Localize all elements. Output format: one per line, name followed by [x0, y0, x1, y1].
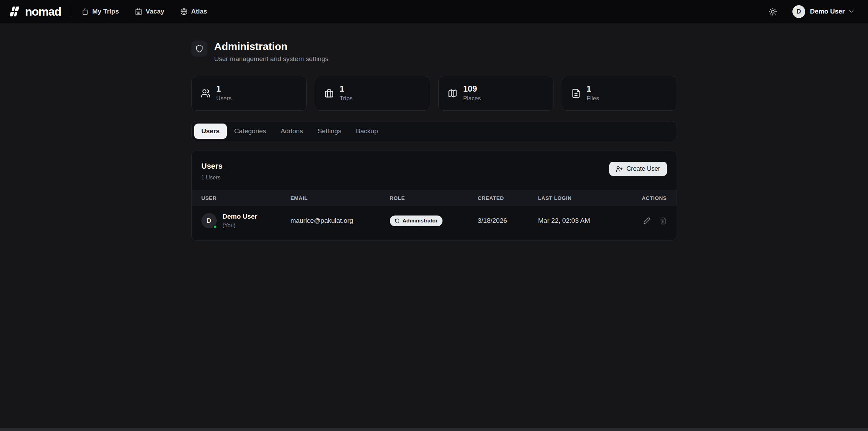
stat-card-places: 109 Places	[438, 76, 553, 111]
tab-users[interactable]: Users	[194, 124, 227, 139]
globe-icon	[180, 8, 188, 15]
role-label: Administrator	[403, 218, 438, 224]
nav-right: D Demo User	[767, 5, 855, 18]
create-user-label: Create User	[626, 165, 660, 172]
luggage-icon	[81, 8, 89, 15]
stat-cards: 1 Users 1 Trips 109	[191, 76, 677, 111]
stat-card-users: 1 Users	[191, 76, 307, 111]
tab-backup[interactable]: Backup	[349, 124, 385, 139]
users-icon	[201, 88, 210, 98]
user-display-name: Demo User	[223, 213, 257, 220]
tab-addons[interactable]: Addons	[273, 124, 310, 139]
table-header: USER EMAIL ROLE CREATED LAST LOGIN ACTIO…	[192, 190, 677, 206]
nav-divider	[71, 7, 71, 16]
sun-icon	[768, 7, 777, 16]
main-content: Administration User management and syste…	[191, 41, 677, 240]
pencil-icon	[643, 217, 650, 224]
create-user-button[interactable]: Create User	[609, 162, 667, 176]
page-subtitle: User management and system settings	[214, 55, 329, 63]
user-email: maurice@pakulat.org	[291, 217, 390, 225]
stat-value: 1	[216, 85, 232, 93]
column-email: EMAIL	[291, 195, 390, 201]
chevron-down-icon	[848, 8, 855, 15]
user-menu[interactable]: D Demo User	[792, 5, 855, 18]
last-login-date: Mar 22, 02:03 AM	[538, 217, 635, 225]
nav-links: My Trips Vacay Atlas	[81, 8, 207, 15]
table-row: D Demo User (You) maurice@pakulat.org	[192, 206, 677, 236]
you-label: (You)	[223, 222, 257, 229]
column-actions: ACTIONS	[635, 195, 667, 201]
delete-user-button[interactable]	[660, 217, 667, 225]
top-navbar: nomad My Trips Vacay	[0, 0, 868, 23]
avatar: D	[792, 5, 805, 18]
nav-item-label: My Trips	[92, 8, 119, 15]
nav-item-label: Atlas	[191, 8, 207, 15]
admin-tabs: Users Categories Addons Settings Backup	[191, 121, 677, 141]
nav-item-vacay[interactable]: Vacay	[135, 8, 164, 15]
tab-categories[interactable]: Categories	[227, 124, 273, 139]
edit-user-button[interactable]	[643, 217, 650, 224]
file-icon	[571, 88, 581, 98]
stat-card-trips: 1 Trips	[315, 76, 430, 111]
column-last-login: LAST LOGIN	[538, 195, 635, 201]
user-plus-icon	[616, 166, 623, 172]
brand-logo[interactable]: nomad	[9, 5, 61, 18]
nav-item-my-trips[interactable]: My Trips	[81, 8, 119, 15]
row-actions	[635, 217, 667, 225]
tab-settings[interactable]: Settings	[310, 124, 349, 139]
column-role: ROLE	[390, 195, 478, 201]
briefcase-icon	[324, 88, 334, 98]
column-user: USER	[201, 195, 291, 201]
nomad-logo-icon	[9, 5, 22, 18]
panel-title: Users	[201, 162, 223, 171]
stat-label: Users	[216, 95, 232, 102]
nav-item-label: Vacay	[146, 8, 164, 15]
online-status-dot	[213, 225, 217, 229]
avatar: D	[201, 213, 217, 228]
users-panel-header: Users 1 Users Create User	[192, 151, 677, 190]
map-icon	[448, 88, 457, 98]
stat-value: 1	[340, 85, 353, 93]
avatar-initial: D	[207, 217, 211, 225]
user-cell: D Demo User (You)	[201, 213, 291, 229]
shield-icon	[395, 218, 400, 223]
theme-toggle-button[interactable]	[767, 6, 779, 17]
stat-card-files: 1 Files	[562, 76, 677, 111]
shield-icon	[191, 41, 207, 57]
nav-item-atlas[interactable]: Atlas	[180, 8, 207, 15]
stat-value: 1	[587, 85, 599, 93]
users-panel: Users 1 Users Create User USER EMAIL ROL…	[191, 151, 677, 240]
trash-icon	[660, 217, 667, 225]
stat-label: Files	[587, 95, 599, 102]
page-title: Administration	[214, 41, 329, 52]
stat-value: 109	[463, 85, 481, 93]
stat-label: Places	[463, 95, 481, 102]
brand-name: nomad	[25, 5, 61, 18]
user-name: Demo User	[810, 8, 845, 15]
column-created: CREATED	[478, 195, 538, 201]
page-header: Administration User management and syste…	[191, 41, 677, 63]
bottom-scrollbar-strip[interactable]	[0, 428, 868, 431]
created-date: 3/18/2026	[478, 217, 538, 225]
role-badge: Administrator	[390, 216, 443, 226]
stat-label: Trips	[340, 95, 353, 102]
calendar-icon	[135, 8, 142, 15]
panel-subtitle: 1 Users	[201, 175, 223, 181]
